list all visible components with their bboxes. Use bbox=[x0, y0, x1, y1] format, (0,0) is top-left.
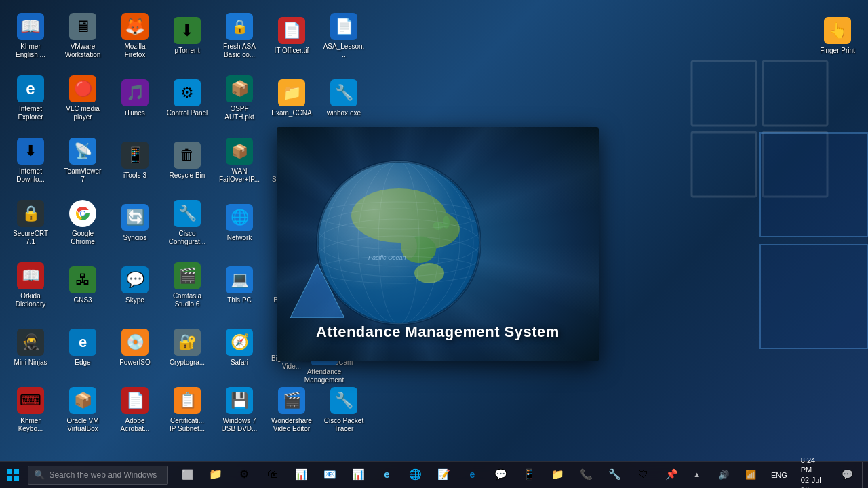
taskbar-language[interactable]: ENG bbox=[766, 462, 793, 489]
icon-vmware[interactable]: 🖥 VMware Workstation bbox=[59, 7, 106, 64]
svg-rect-31 bbox=[14, 469, 19, 474]
icon-khmer-english[interactable]: 📖 Khmer English ... bbox=[7, 7, 54, 64]
taskbar: 🔍 Search the web and Windows ⬜ 📁 ⚙ 🛍 bbox=[0, 461, 868, 488]
svg-rect-33 bbox=[14, 476, 19, 481]
icon-cisco-config[interactable]: 🔧 Cisco Configurat... bbox=[163, 194, 211, 251]
icon-control-panel[interactable]: ⚙ Control Panel bbox=[163, 69, 211, 127]
icon-adobe-acrobat[interactable]: 📄 Adobe Acrobat... bbox=[111, 381, 159, 439]
taskbar-app-edge[interactable]: e bbox=[373, 462, 400, 489]
volume-icon: 🔊 bbox=[718, 470, 729, 480]
taskbar-network[interactable]: 📶 bbox=[738, 462, 763, 489]
taskbar-app-store[interactable]: 🛍 bbox=[259, 462, 286, 489]
arrow-decoration bbox=[290, 264, 344, 321]
icon-wan[interactable]: 📦 WAN FailOver+IP... bbox=[216, 131, 263, 189]
network-icon: 📶 bbox=[745, 470, 756, 480]
taskbar-notification[interactable]: 💬 bbox=[835, 462, 859, 489]
desktop: 📖 Khmer English ... 🖥 VMware Workstation… bbox=[0, 0, 868, 488]
icon-it-officer[interactable]: 📄 IT Officer.tif bbox=[268, 7, 315, 64]
icon-windows7-usb[interactable]: 💾 Windows 7 USB DVD... bbox=[216, 381, 263, 439]
taskbar-app-red[interactable]: 🛡 bbox=[629, 462, 656, 489]
svg-rect-0 bbox=[692, 61, 756, 125]
icon-itools[interactable]: 📱 iTools 3 bbox=[111, 131, 159, 189]
taskbar-app-pin[interactable]: 📌 bbox=[658, 462, 685, 489]
search-placeholder: Search the web and Windows bbox=[49, 470, 157, 480]
icon-cryptog[interactable]: 🔐 Cryptogra... bbox=[163, 319, 211, 376]
taskbar-volume[interactable]: 🔊 bbox=[711, 462, 736, 489]
icon-gns3[interactable]: 🖧 GNS3 bbox=[59, 256, 106, 314]
svg-rect-30 bbox=[7, 469, 12, 474]
splash-window[interactable]: Pacific Ocean Attendance Management Syst… bbox=[277, 127, 599, 361]
icon-recycle-bin[interactable]: 🗑 Recycle Bin bbox=[163, 131, 211, 189]
svg-rect-32 bbox=[7, 476, 12, 481]
taskbar-pinned-apps: ⬜ 📁 ⚙ 🛍 📊 📧 📊 bbox=[174, 462, 685, 489]
icon-khmer-keyboard[interactable]: ⌨ Khmer Keybo... bbox=[7, 381, 54, 439]
taskbar-system-tray: ▲ 🔊 📶 ENG 8:24 PM 02-Jul-16 💬 bbox=[685, 462, 868, 489]
win-panels bbox=[760, 132, 868, 349]
icon-edge[interactable]: e Edge bbox=[59, 319, 106, 376]
icon-teamviewer[interactable]: 📡 TeamViewer 7 bbox=[59, 131, 106, 189]
icon-skype[interactable]: 💬 Skype bbox=[111, 256, 159, 314]
icon-safari[interactable]: 🧭 Safari bbox=[216, 319, 263, 376]
icon-utorrent[interactable]: ⬇ µTorrent bbox=[163, 7, 211, 64]
icon-network[interactable]: 🌐 Network bbox=[216, 194, 263, 251]
taskbar-app-tools[interactable]: 🔧 bbox=[601, 462, 628, 489]
icon-exam-ccna[interactable]: 📁 Exam_CCNA bbox=[268, 69, 315, 127]
icon-internet-explorer[interactable]: e Internet Explorer bbox=[7, 69, 54, 127]
desktop-icons-right: 👆 Finger Print bbox=[814, 7, 861, 64]
show-hidden-icons-button[interactable]: ▲ bbox=[685, 462, 708, 489]
taskbar-app-word[interactable]: 📝 bbox=[430, 462, 457, 489]
splash-title: Attendance Management System bbox=[277, 323, 599, 341]
taskbar-app-folder[interactable]: 📁 bbox=[544, 462, 571, 489]
taskbar-app-chrome[interactable]: 🌐 bbox=[401, 462, 429, 489]
icon-vlc[interactable]: 🔴 VLC media player bbox=[59, 69, 106, 127]
icon-internet-download[interactable]: ⬇ Internet Downlo... bbox=[7, 131, 54, 189]
icon-itunes[interactable]: 🎵 iTunes bbox=[111, 69, 159, 127]
icon-camtasia[interactable]: 🎬 Camtasia Studio 6 bbox=[163, 256, 211, 314]
icon-firefox[interactable]: 🦊 Mozilla Firefox bbox=[111, 7, 159, 64]
icon-certification[interactable]: 📋 Certificati... IP Subnet... bbox=[163, 381, 211, 439]
taskbar-app-settings[interactable]: ⚙ bbox=[231, 462, 258, 489]
start-button[interactable] bbox=[0, 462, 25, 489]
svg-rect-1 bbox=[763, 61, 827, 125]
icon-winbox[interactable]: 🔧 winbox.exe bbox=[320, 69, 368, 127]
svg-point-6 bbox=[81, 211, 85, 216]
taskbar-app-ie[interactable]: e bbox=[458, 462, 486, 489]
show-desktop-button[interactable] bbox=[862, 462, 865, 489]
taskbar-app-phone[interactable]: 📞 bbox=[572, 462, 599, 489]
icon-mini-ninjas[interactable]: 🥷 Mini Ninjas bbox=[7, 319, 54, 376]
icon-finger-print[interactable]: 👆 Finger Print bbox=[814, 7, 861, 64]
taskbar-app-green[interactable]: 📱 bbox=[515, 462, 542, 489]
taskbar-app-skype[interactable]: 💬 bbox=[487, 462, 514, 489]
taskbar-app-ppt[interactable]: 📊 bbox=[344, 462, 372, 489]
icon-this-pc[interactable]: 💻 This PC bbox=[216, 256, 263, 314]
taskbar-app-excel[interactable]: 📊 bbox=[288, 462, 315, 489]
svg-marker-29 bbox=[290, 264, 344, 318]
icon-oracle-vm[interactable]: 📦 Oracle VM VirtualBox bbox=[59, 381, 106, 439]
icon-orkida[interactable]: 📖 Orkida Dictionary bbox=[7, 256, 54, 314]
icon-poweriso[interactable]: 💿 PowerISO bbox=[111, 319, 159, 376]
clock-time: 8:24 PM bbox=[801, 455, 827, 475]
taskbar-app-outlook[interactable]: 📧 bbox=[316, 462, 343, 489]
svg-rect-2 bbox=[692, 132, 756, 197]
search-icon: 🔍 bbox=[34, 470, 45, 480]
taskbar-search[interactable]: 🔍 Search the web and Windows bbox=[28, 466, 168, 485]
clock-date: 02-Jul-16 bbox=[801, 475, 827, 489]
language-label: ENG bbox=[771, 471, 787, 479]
icon-asa-lesson[interactable]: 📄 ASA_Lesson... bbox=[320, 7, 368, 64]
icon-google-chrome[interactable]: Google Chrome bbox=[59, 194, 106, 251]
taskbar-app-taskview[interactable]: ⬜ bbox=[174, 462, 201, 489]
icon-ospf[interactable]: 📦 OSPF AUTH.pkt bbox=[216, 69, 263, 127]
icon-securecrt[interactable]: 🔒 SecureCRT 7.1 bbox=[7, 194, 54, 251]
taskbar-app-explorer[interactable]: 📁 bbox=[202, 462, 229, 489]
icon-syncios[interactable]: 🔄 Syncios bbox=[111, 194, 159, 251]
taskbar-clock[interactable]: 8:24 PM 02-Jul-16 bbox=[795, 462, 833, 489]
icon-fresh-asa[interactable]: 🔒 Fresh ASA Basic co... bbox=[216, 7, 263, 64]
